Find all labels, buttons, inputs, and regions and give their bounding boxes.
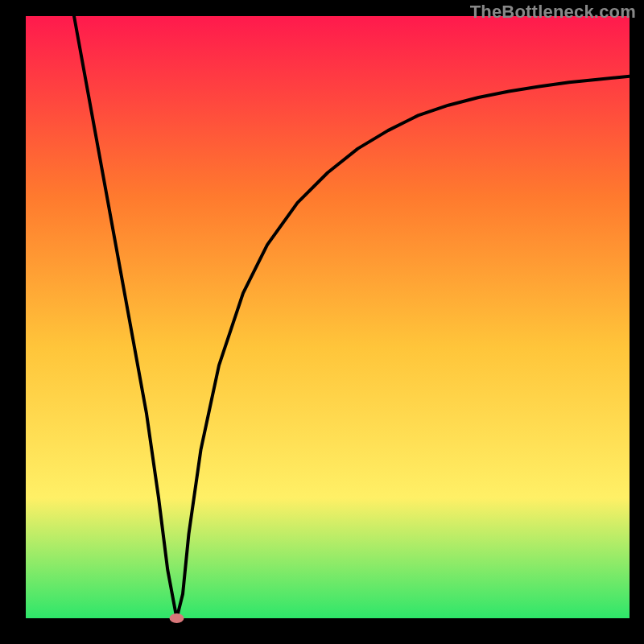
- plot-background: [26, 16, 630, 618]
- chart-svg: [0, 0, 644, 644]
- chart-container: { "watermark": "TheBottleneck.com", "cha…: [0, 0, 644, 644]
- optimum-marker: [170, 613, 184, 623]
- watermark-text: TheBottleneck.com: [470, 2, 636, 23]
